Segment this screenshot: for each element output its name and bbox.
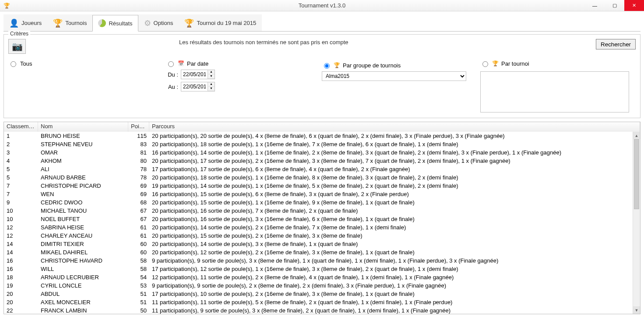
radio-tous[interactable] (11, 61, 16, 67)
col-points[interactable]: Points (128, 122, 149, 132)
date-du-spinner[interactable]: ▲▼ (208, 70, 215, 79)
cell-rank: 19 (4, 281, 38, 290)
radio-par-groupe-label: Par groupe de tournois (343, 62, 401, 69)
cell-points: 81 (128, 148, 149, 157)
cell-rank: 12 (4, 232, 38, 240)
cell-parcours: 11 participation(s), 11 sortie de poule(… (149, 298, 640, 306)
table-row[interactable]: 20ABDUL5117 participation(s), 10 sortie … (4, 290, 640, 298)
table-row[interactable]: 19CYRIL LONCLE539 participation(s), 9 so… (4, 281, 640, 290)
cell-parcours: 16 participation(s), 14 sortie de poule(… (149, 148, 640, 157)
cell-nom: CHARLEY ANCEAU (38, 232, 128, 240)
tab-label: Options (154, 20, 173, 26)
cell-rank: 1 (4, 132, 38, 140)
gear-icon: ⚙ (144, 18, 151, 28)
table-row[interactable]: 4AKHOM8020 participation(s), 17 sortie d… (4, 157, 640, 165)
criteria-group: Critères 📷 Les résultats des tournois no… (4, 34, 640, 118)
cell-rank: 22 (4, 306, 38, 315)
radio-par-date[interactable] (168, 61, 174, 67)
table-row[interactable]: 7CHRISTOPHE PICARD6919 participation(s),… (4, 182, 640, 190)
cell-nom: SABRINA HEISE (38, 223, 128, 232)
radio-par-date-label: Par date (187, 60, 208, 67)
scroll-up-button[interactable]: ▲ (633, 132, 640, 139)
date-du-input[interactable] (181, 71, 208, 77)
minimize-button[interactable]: — (585, 0, 605, 11)
table-row[interactable]: 22FRANCK LAMBIN5011 participation(s), 9 … (4, 306, 640, 315)
table-row[interactable]: 10MICHAEL TANOU6720 participation(s), 16… (4, 207, 640, 215)
col-nom[interactable]: Nom (38, 122, 128, 132)
cell-parcours: 9 participation(s), 9 sortie de poule(s)… (149, 256, 640, 265)
cell-parcours: 11 participation(s), 9 sortie de poule(s… (149, 306, 640, 315)
table-row[interactable]: 9CEDRIC DWOO6820 participation(s), 15 so… (4, 198, 640, 207)
table-row[interactable]: 20AXEL MONCELIER5111 participation(s), 1… (4, 298, 640, 306)
window-title: Tournament v1.3.0 (0, 2, 644, 9)
cell-nom: NOEL BUFFET (38, 215, 128, 223)
table-row[interactable]: 1BRUNO HEISE11520 participation(s), 20 s… (4, 132, 640, 140)
cell-nom: CEDRIC DWOO (38, 198, 128, 207)
screenshot-button[interactable]: 📷 (8, 39, 26, 54)
scroll-down-button[interactable]: ▼ (633, 306, 640, 314)
table-row[interactable]: 12CHARLEY ANCEAU6120 participation(s), 1… (4, 232, 640, 240)
trophy-icon: 🏆 (53, 18, 63, 28)
table-row[interactable]: 18ARNAUD LECRUBIER5412 participation(s),… (4, 273, 640, 281)
cell-rank: 5 (4, 165, 38, 173)
cell-rank: 16 (4, 256, 38, 265)
cell-nom: MICHAEL TANOU (38, 207, 128, 215)
criteria-hint: Les résultats des tournois non terminés … (179, 39, 348, 54)
date-du-label: Du : (166, 71, 178, 78)
tournoi-listbox[interactable] (480, 71, 629, 112)
table-row[interactable]: 14MIKAEL DAHIREL6020 participation(s), 1… (4, 248, 640, 256)
cell-points: 58 (128, 265, 149, 273)
date-au-spinner[interactable]: ▲▼ (208, 82, 215, 91)
groupe-select[interactable]: Alma2015 (322, 71, 466, 81)
cell-parcours: 20 participation(s), 14 sortie de poule(… (149, 223, 640, 232)
cell-parcours: 20 participation(s), 18 sortie de poule(… (149, 140, 640, 148)
vertical-scrollbar[interactable]: ▲ ▼ (633, 132, 640, 314)
titlebar: 🏆 Tournament v1.3.0 — ▢ ✕ (0, 0, 644, 11)
cell-rank: 20 (4, 298, 38, 306)
table-row[interactable]: 16CHRISTOPHE HAVARD589 participation(s),… (4, 256, 640, 265)
table-row[interactable]: 10NOEL BUFFET6720 participation(s), 16 s… (4, 215, 640, 223)
tab-tournois[interactable]: 🏆 Tournois (47, 14, 92, 31)
cell-points: 61 (128, 232, 149, 240)
tab-options[interactable]: ⚙ Options (138, 14, 179, 31)
table-row[interactable]: 7WEN6916 participation(s), 15 sortie de … (4, 190, 640, 198)
maximize-button[interactable]: ▢ (605, 0, 624, 11)
chart-icon (98, 19, 106, 27)
tabs: 👤 Joueurs 🏆 Tournois Résultats ⚙ Options… (4, 14, 640, 32)
cell-points: 60 (128, 240, 149, 248)
table-row[interactable]: 5ARNAUD BARBE7820 participation(s), 18 s… (4, 173, 640, 182)
radio-par-tournoi[interactable] (482, 61, 488, 67)
table-header: Classement Nom Points Parcours (4, 122, 640, 132)
trophy-icon: 🏆 (492, 60, 499, 67)
search-button[interactable]: Rechercher (596, 39, 636, 49)
table-row[interactable]: 3OMAR8116 participation(s), 14 sortie de… (4, 148, 640, 157)
close-button[interactable]: ✕ (624, 0, 644, 11)
tab-label: Tournoi du 19 mai 2015 (197, 20, 256, 26)
cell-points: 69 (128, 190, 149, 198)
cell-rank: 10 (4, 215, 38, 223)
tab-current-tournoi[interactable]: 🏆 Tournoi du 19 mai 2015 (179, 14, 262, 31)
table-row[interactable]: 16WILL5817 participation(s), 12 sortie d… (4, 265, 640, 273)
date-au-input[interactable] (181, 84, 208, 90)
table-row[interactable]: 14DIMITRI TEXIER6020 participation(s), 1… (4, 240, 640, 248)
cell-rank: 2 (4, 140, 38, 148)
cell-points: 83 (128, 140, 149, 148)
radio-par-groupe[interactable] (324, 63, 330, 69)
cell-parcours: 17 participation(s), 17 sortie de poule(… (149, 165, 640, 173)
results-table: Classement Nom Points Parcours 1BRUNO HE… (4, 122, 640, 314)
cell-parcours: 17 participation(s), 12 sortie de poule(… (149, 265, 640, 273)
table-row[interactable]: 12SABRINA HEISE6120 participation(s), 14… (4, 223, 640, 232)
scroll-thumb[interactable] (634, 139, 639, 209)
cell-points: 61 (128, 223, 149, 232)
tab-joueurs[interactable]: 👤 Joueurs (4, 14, 47, 31)
table-row[interactable]: 5ALI7817 participation(s), 17 sortie de … (4, 165, 640, 173)
cell-rank: 12 (4, 223, 38, 232)
camera-icon: 📷 (12, 41, 23, 52)
cell-parcours: 12 participation(s), 11 sortie de poule(… (149, 273, 640, 281)
cell-rank: 3 (4, 148, 38, 157)
col-parcours[interactable]: Parcours (149, 122, 640, 132)
col-classement[interactable]: Classement (4, 122, 38, 132)
table-row[interactable]: 2STEPHANE NEVEU8320 participation(s), 18… (4, 140, 640, 148)
tab-resultats[interactable]: Résultats (92, 15, 138, 32)
cell-nom: CYRIL LONCLE (38, 281, 128, 290)
